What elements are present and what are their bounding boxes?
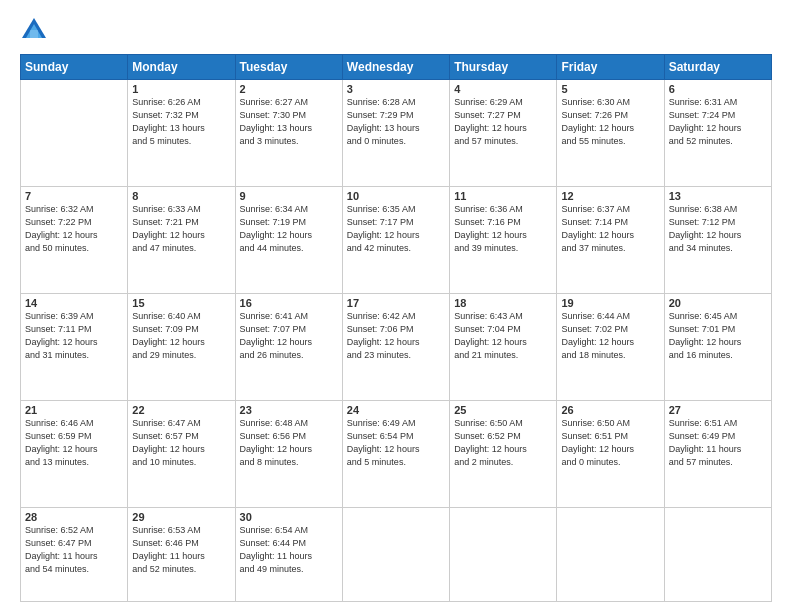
day-info: Sunrise: 6:33 AMSunset: 7:21 PMDaylight:… — [132, 203, 230, 255]
day-number: 25 — [454, 404, 552, 416]
calendar-cell: 28Sunrise: 6:52 AMSunset: 6:47 PMDayligh… — [21, 507, 128, 601]
calendar-cell — [664, 507, 771, 601]
calendar-cell: 1Sunrise: 6:26 AMSunset: 7:32 PMDaylight… — [128, 80, 235, 187]
day-info: Sunrise: 6:40 AMSunset: 7:09 PMDaylight:… — [132, 310, 230, 362]
calendar-week-4: 21Sunrise: 6:46 AMSunset: 6:59 PMDayligh… — [21, 400, 772, 507]
day-header-thursday: Thursday — [450, 55, 557, 80]
calendar-cell: 24Sunrise: 6:49 AMSunset: 6:54 PMDayligh… — [342, 400, 449, 507]
calendar-cell: 5Sunrise: 6:30 AMSunset: 7:26 PMDaylight… — [557, 80, 664, 187]
calendar-cell: 16Sunrise: 6:41 AMSunset: 7:07 PMDayligh… — [235, 293, 342, 400]
calendar-cell: 17Sunrise: 6:42 AMSunset: 7:06 PMDayligh… — [342, 293, 449, 400]
calendar-cell: 7Sunrise: 6:32 AMSunset: 7:22 PMDaylight… — [21, 186, 128, 293]
calendar-cell — [557, 507, 664, 601]
day-info: Sunrise: 6:44 AMSunset: 7:02 PMDaylight:… — [561, 310, 659, 362]
calendar-cell — [342, 507, 449, 601]
day-info: Sunrise: 6:49 AMSunset: 6:54 PMDaylight:… — [347, 417, 445, 469]
day-number: 7 — [25, 190, 123, 202]
day-number: 1 — [132, 83, 230, 95]
day-header-wednesday: Wednesday — [342, 55, 449, 80]
calendar-cell: 26Sunrise: 6:50 AMSunset: 6:51 PMDayligh… — [557, 400, 664, 507]
calendar-week-1: 1Sunrise: 6:26 AMSunset: 7:32 PMDaylight… — [21, 80, 772, 187]
day-number: 3 — [347, 83, 445, 95]
day-info: Sunrise: 6:30 AMSunset: 7:26 PMDaylight:… — [561, 96, 659, 148]
calendar-cell: 11Sunrise: 6:36 AMSunset: 7:16 PMDayligh… — [450, 186, 557, 293]
day-info: Sunrise: 6:46 AMSunset: 6:59 PMDaylight:… — [25, 417, 123, 469]
calendar-cell: 4Sunrise: 6:29 AMSunset: 7:27 PMDaylight… — [450, 80, 557, 187]
calendar-cell: 21Sunrise: 6:46 AMSunset: 6:59 PMDayligh… — [21, 400, 128, 507]
day-info: Sunrise: 6:54 AMSunset: 6:44 PMDaylight:… — [240, 524, 338, 576]
day-number: 15 — [132, 297, 230, 309]
calendar-cell: 8Sunrise: 6:33 AMSunset: 7:21 PMDaylight… — [128, 186, 235, 293]
day-info: Sunrise: 6:28 AMSunset: 7:29 PMDaylight:… — [347, 96, 445, 148]
day-number: 30 — [240, 511, 338, 523]
calendar-cell: 20Sunrise: 6:45 AMSunset: 7:01 PMDayligh… — [664, 293, 771, 400]
calendar-cell: 3Sunrise: 6:28 AMSunset: 7:29 PMDaylight… — [342, 80, 449, 187]
calendar-cell: 25Sunrise: 6:50 AMSunset: 6:52 PMDayligh… — [450, 400, 557, 507]
calendar-header-row: SundayMondayTuesdayWednesdayThursdayFrid… — [21, 55, 772, 80]
day-number: 19 — [561, 297, 659, 309]
calendar-week-2: 7Sunrise: 6:32 AMSunset: 7:22 PMDaylight… — [21, 186, 772, 293]
day-number: 28 — [25, 511, 123, 523]
day-info: Sunrise: 6:48 AMSunset: 6:56 PMDaylight:… — [240, 417, 338, 469]
day-number: 4 — [454, 83, 552, 95]
day-number: 22 — [132, 404, 230, 416]
calendar-cell: 23Sunrise: 6:48 AMSunset: 6:56 PMDayligh… — [235, 400, 342, 507]
day-number: 12 — [561, 190, 659, 202]
day-info: Sunrise: 6:38 AMSunset: 7:12 PMDaylight:… — [669, 203, 767, 255]
day-info: Sunrise: 6:37 AMSunset: 7:14 PMDaylight:… — [561, 203, 659, 255]
day-number: 23 — [240, 404, 338, 416]
day-number: 10 — [347, 190, 445, 202]
day-number: 9 — [240, 190, 338, 202]
calendar-cell: 9Sunrise: 6:34 AMSunset: 7:19 PMDaylight… — [235, 186, 342, 293]
day-number: 27 — [669, 404, 767, 416]
day-number: 13 — [669, 190, 767, 202]
calendar-cell: 30Sunrise: 6:54 AMSunset: 6:44 PMDayligh… — [235, 507, 342, 601]
calendar-cell: 6Sunrise: 6:31 AMSunset: 7:24 PMDaylight… — [664, 80, 771, 187]
day-number: 18 — [454, 297, 552, 309]
calendar-cell: 2Sunrise: 6:27 AMSunset: 7:30 PMDaylight… — [235, 80, 342, 187]
day-info: Sunrise: 6:41 AMSunset: 7:07 PMDaylight:… — [240, 310, 338, 362]
svg-rect-2 — [30, 30, 38, 38]
calendar-cell: 13Sunrise: 6:38 AMSunset: 7:12 PMDayligh… — [664, 186, 771, 293]
day-header-friday: Friday — [557, 55, 664, 80]
day-number: 16 — [240, 297, 338, 309]
day-info: Sunrise: 6:36 AMSunset: 7:16 PMDaylight:… — [454, 203, 552, 255]
calendar-week-3: 14Sunrise: 6:39 AMSunset: 7:11 PMDayligh… — [21, 293, 772, 400]
day-info: Sunrise: 6:26 AMSunset: 7:32 PMDaylight:… — [132, 96, 230, 148]
day-number: 29 — [132, 511, 230, 523]
day-number: 21 — [25, 404, 123, 416]
calendar-cell: 12Sunrise: 6:37 AMSunset: 7:14 PMDayligh… — [557, 186, 664, 293]
day-number: 8 — [132, 190, 230, 202]
calendar-cell — [450, 507, 557, 601]
day-info: Sunrise: 6:42 AMSunset: 7:06 PMDaylight:… — [347, 310, 445, 362]
day-info: Sunrise: 6:35 AMSunset: 7:17 PMDaylight:… — [347, 203, 445, 255]
calendar-cell: 22Sunrise: 6:47 AMSunset: 6:57 PMDayligh… — [128, 400, 235, 507]
calendar-table: SundayMondayTuesdayWednesdayThursdayFrid… — [20, 54, 772, 602]
day-number: 20 — [669, 297, 767, 309]
day-info: Sunrise: 6:50 AMSunset: 6:52 PMDaylight:… — [454, 417, 552, 469]
day-number: 2 — [240, 83, 338, 95]
calendar-cell: 18Sunrise: 6:43 AMSunset: 7:04 PMDayligh… — [450, 293, 557, 400]
day-info: Sunrise: 6:29 AMSunset: 7:27 PMDaylight:… — [454, 96, 552, 148]
day-number: 26 — [561, 404, 659, 416]
calendar-cell: 14Sunrise: 6:39 AMSunset: 7:11 PMDayligh… — [21, 293, 128, 400]
day-number: 6 — [669, 83, 767, 95]
day-info: Sunrise: 6:45 AMSunset: 7:01 PMDaylight:… — [669, 310, 767, 362]
day-info: Sunrise: 6:34 AMSunset: 7:19 PMDaylight:… — [240, 203, 338, 255]
day-info: Sunrise: 6:52 AMSunset: 6:47 PMDaylight:… — [25, 524, 123, 576]
day-info: Sunrise: 6:47 AMSunset: 6:57 PMDaylight:… — [132, 417, 230, 469]
calendar-cell: 15Sunrise: 6:40 AMSunset: 7:09 PMDayligh… — [128, 293, 235, 400]
day-info: Sunrise: 6:27 AMSunset: 7:30 PMDaylight:… — [240, 96, 338, 148]
day-info: Sunrise: 6:31 AMSunset: 7:24 PMDaylight:… — [669, 96, 767, 148]
day-info: Sunrise: 6:51 AMSunset: 6:49 PMDaylight:… — [669, 417, 767, 469]
day-number: 11 — [454, 190, 552, 202]
logo-icon — [20, 16, 48, 44]
day-info: Sunrise: 6:32 AMSunset: 7:22 PMDaylight:… — [25, 203, 123, 255]
day-info: Sunrise: 6:43 AMSunset: 7:04 PMDaylight:… — [454, 310, 552, 362]
calendar-cell — [21, 80, 128, 187]
day-number: 24 — [347, 404, 445, 416]
logo — [20, 16, 52, 44]
calendar-cell: 29Sunrise: 6:53 AMSunset: 6:46 PMDayligh… — [128, 507, 235, 601]
calendar-cell: 27Sunrise: 6:51 AMSunset: 6:49 PMDayligh… — [664, 400, 771, 507]
day-number: 5 — [561, 83, 659, 95]
